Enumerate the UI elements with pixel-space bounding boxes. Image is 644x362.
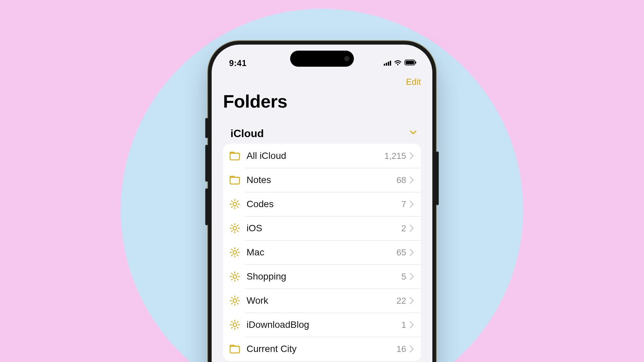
phone-side-button bbox=[205, 188, 208, 225]
phone-screen: 9:41 Edit Folders iCloud Al bbox=[212, 45, 432, 362]
battery-icon bbox=[404, 58, 417, 68]
folder-name: Mac bbox=[247, 247, 396, 258]
chevron-right-icon bbox=[410, 249, 414, 256]
chevron-right-icon bbox=[410, 200, 414, 208]
folder-list: All iCloud1,215Notes68Codes7iOS2Mac65Sho… bbox=[223, 144, 421, 361]
chevron-right-icon bbox=[410, 297, 414, 304]
phone-side-button bbox=[436, 152, 439, 205]
folder-count: 22 bbox=[396, 296, 406, 306]
folder-count: 65 bbox=[396, 247, 406, 258]
folder-count: 1,215 bbox=[384, 151, 406, 161]
chevron-right-icon bbox=[410, 345, 414, 353]
folder-name: iOS bbox=[247, 223, 401, 234]
gear-icon bbox=[229, 295, 240, 306]
edit-button[interactable]: Edit bbox=[406, 77, 421, 87]
folder-row[interactable]: All iCloud1,215 bbox=[223, 144, 421, 168]
section-header-icloud[interactable]: iCloud bbox=[212, 124, 432, 143]
chevron-right-icon bbox=[410, 152, 414, 160]
page-title: Folders bbox=[223, 91, 287, 112]
folder-count: 1 bbox=[401, 320, 406, 330]
navbar: Edit bbox=[212, 71, 432, 93]
gear-icon bbox=[229, 271, 240, 282]
folder-row[interactable]: Work22 bbox=[223, 289, 421, 313]
folder-icon bbox=[229, 150, 240, 162]
gear-icon bbox=[229, 223, 240, 234]
chevron-right-icon bbox=[410, 321, 414, 328]
phone-side-button bbox=[205, 145, 208, 182]
section-title: iCloud bbox=[230, 127, 264, 140]
folder-name: iDownloadBlog bbox=[247, 319, 401, 330]
camera-dot bbox=[344, 56, 349, 61]
phone-frame: 9:41 Edit Folders iCloud Al bbox=[208, 41, 436, 362]
folder-count: 16 bbox=[396, 344, 406, 354]
folder-count: 5 bbox=[401, 272, 406, 282]
folder-icon bbox=[229, 343, 240, 355]
folder-row[interactable]: iDownloadBlog1 bbox=[223, 313, 421, 337]
folder-icon bbox=[229, 174, 240, 186]
status-time: 9:41 bbox=[229, 58, 247, 68]
chevron-right-icon bbox=[410, 225, 414, 232]
folder-row[interactable]: Notes68 bbox=[223, 168, 421, 192]
folder-count: 68 bbox=[396, 175, 406, 185]
phone-side-button bbox=[205, 118, 208, 138]
folder-row[interactable]: Mac65 bbox=[223, 240, 421, 264]
folder-name: All iCloud bbox=[247, 150, 384, 161]
wifi-icon bbox=[394, 58, 401, 68]
gear-icon bbox=[229, 198, 240, 210]
folder-count: 7 bbox=[401, 199, 406, 209]
folder-name: Notes bbox=[247, 175, 396, 185]
gear-icon bbox=[229, 247, 240, 258]
dynamic-island bbox=[290, 51, 354, 67]
chevron-down-icon bbox=[410, 129, 417, 138]
folder-name: Current City bbox=[247, 344, 396, 354]
folder-row[interactable]: Codes7 bbox=[223, 192, 421, 216]
folder-row[interactable]: Shopping5 bbox=[223, 264, 421, 289]
folder-name: Shopping bbox=[247, 271, 401, 282]
folder-row[interactable]: Current City16 bbox=[223, 337, 421, 361]
gear-icon bbox=[229, 319, 240, 330]
chevron-right-icon bbox=[410, 273, 414, 280]
folder-name: Codes bbox=[247, 199, 401, 209]
folder-name: Work bbox=[247, 295, 396, 306]
chevron-right-icon bbox=[410, 176, 414, 184]
folder-count: 2 bbox=[401, 223, 406, 234]
signal-icon bbox=[383, 58, 391, 68]
folder-row[interactable]: iOS2 bbox=[223, 216, 421, 240]
